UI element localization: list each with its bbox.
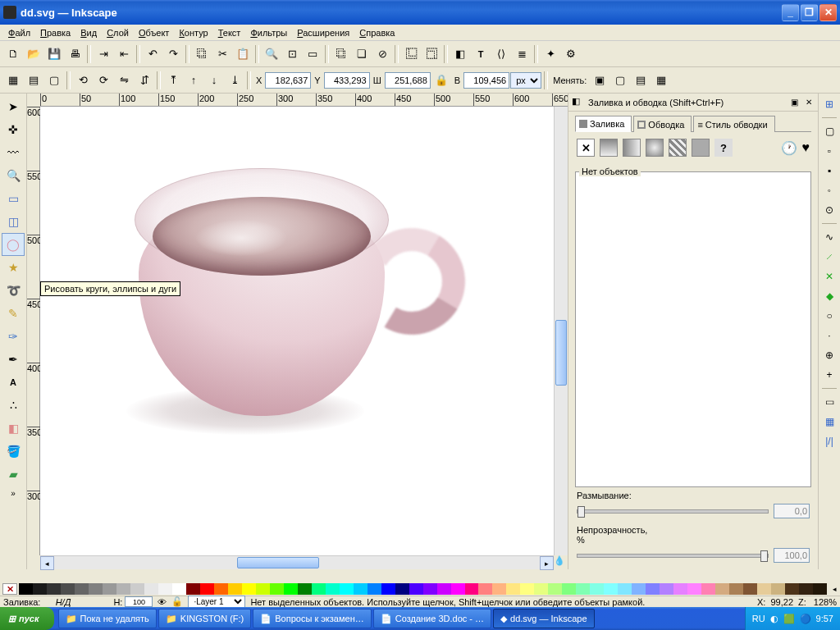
snap-center-button[interactable]: ⊕ <box>820 346 838 364</box>
swatch[interactable] <box>130 583 144 595</box>
window-maximize-button[interactable]: ❐ <box>801 4 818 21</box>
lock-ratio-button[interactable]: 🔒 <box>431 71 451 90</box>
window-close-button[interactable]: ✕ <box>819 4 837 21</box>
swatch[interactable] <box>451 583 465 595</box>
swatch[interactable] <box>618 583 632 595</box>
swatch[interactable] <box>632 583 646 595</box>
group-button[interactable]: ⿺ <box>401 44 421 64</box>
swatch[interactable] <box>687 583 701 595</box>
swatch[interactable] <box>757 583 771 595</box>
tweak-tool[interactable]: 〰 <box>2 141 25 164</box>
paint-radial-button[interactable] <box>646 139 664 157</box>
swatch[interactable] <box>47 583 61 595</box>
scroll-left-button[interactable]: ◂ <box>40 556 54 570</box>
cut-button[interactable]: ✂ <box>212 44 232 64</box>
tray-lang[interactable]: RU <box>752 614 765 623</box>
paint-unknown-button[interactable]: ? <box>714 139 733 157</box>
zoom-drawing-button[interactable]: ⊡ <box>282 44 302 64</box>
snap-enable-button[interactable]: ⊞ <box>820 95 838 113</box>
redo-button[interactable]: ↷ <box>163 44 183 64</box>
snap-guide-button[interactable]: |/| <box>820 432 838 450</box>
swatch[interactable] <box>144 583 158 595</box>
swatch[interactable] <box>172 583 186 595</box>
y-field[interactable] <box>324 72 370 89</box>
swatch[interactable] <box>660 583 673 595</box>
snap-bbox-button[interactable]: ▢ <box>820 122 838 140</box>
swatch[interactable] <box>478 583 492 595</box>
swatch[interactable] <box>214 583 228 595</box>
paste-button[interactable]: 📋 <box>233 44 253 64</box>
menu-контур[interactable]: Контур <box>174 26 212 39</box>
tray-icon-2[interactable]: 🟩 <box>783 614 795 624</box>
scrollbar-horizontal[interactable]: ◂ ▸ <box>40 555 554 569</box>
swatch[interactable] <box>116 583 130 595</box>
scrollbar-vertical[interactable] <box>554 107 568 555</box>
text-tool[interactable]: A <box>2 371 25 394</box>
lock-icon[interactable]: 🔓 <box>171 596 183 607</box>
3dbox-tool[interactable]: ◫ <box>2 210 25 233</box>
w-field[interactable] <box>385 72 431 89</box>
tab-stroke-style[interactable]: ≡Стиль обводки <box>693 116 774 132</box>
affect-pattern-button[interactable]: ▦ <box>651 71 671 90</box>
swatch[interactable] <box>701 583 715 595</box>
clone-button[interactable]: ❏ <box>352 44 372 64</box>
h-field[interactable] <box>463 72 509 89</box>
snap-node-button[interactable]: ∿ <box>820 228 838 246</box>
swatch[interactable] <box>813 583 827 595</box>
menu-файл[interactable]: Файл <box>3 26 35 39</box>
swatch[interactable] <box>673 583 687 595</box>
node-tool[interactable]: ✜ <box>2 118 25 141</box>
ungroup-button[interactable]: ⿹ <box>422 44 441 64</box>
rotate-ccw-button[interactable]: ⟲ <box>73 71 93 90</box>
snap-path-button[interactable]: ⟋ <box>820 248 838 266</box>
undo-button[interactable]: ↶ <box>143 44 162 64</box>
swatch[interactable] <box>604 583 618 595</box>
tray-icon-3[interactable]: 🔵 <box>800 614 811 624</box>
zoom-page-button[interactable]: ▭ <box>303 44 322 64</box>
toolbox-more[interactable]: » <box>11 489 16 498</box>
text-tool-button[interactable]: T <box>471 44 491 64</box>
swatch[interactable] <box>381 583 395 595</box>
swatch[interactable] <box>298 583 312 595</box>
ruler-vertical[interactable]: 600550500450400350300 <box>27 107 40 555</box>
save-file-button[interactable]: 💾 <box>44 44 64 64</box>
swatch[interactable] <box>548 583 562 595</box>
swatch[interactable] <box>785 583 799 595</box>
swatch[interactable] <box>326 583 340 595</box>
tray-icon-1[interactable]: ◐ <box>770 614 778 624</box>
swatch[interactable] <box>186 583 200 595</box>
panel-minimize-button[interactable]: ▣ <box>788 97 800 108</box>
palette-menu-button[interactable]: ◂ <box>829 585 840 593</box>
menu-правка[interactable]: Правка <box>35 26 75 39</box>
swatch[interactable] <box>492 583 506 595</box>
zoom-tool[interactable]: 🔍 <box>2 164 25 187</box>
paint-swatch-button[interactable] <box>692 139 710 157</box>
palette-none[interactable]: ⨯ <box>2 583 17 595</box>
rotate-cw-button[interactable]: ⟳ <box>94 71 113 90</box>
swatch[interactable] <box>256 583 270 595</box>
swatch[interactable] <box>423 583 437 595</box>
tab-fill[interactable]: Заливка <box>575 116 632 132</box>
taskbar-item[interactable]: 📄Вопросы к экзамен… <box>253 609 371 628</box>
panel-close-button[interactable]: ✕ <box>803 97 815 108</box>
menu-вид[interactable]: Вид <box>75 26 102 39</box>
menu-расширения[interactable]: Расширения <box>292 26 354 39</box>
paint-none-button[interactable]: ✕ <box>577 139 595 157</box>
swatch[interactable] <box>200 583 214 595</box>
swatch[interactable] <box>520 583 534 595</box>
swatch[interactable] <box>576 583 590 595</box>
star-tool[interactable]: ★ <box>2 256 25 279</box>
canvas[interactable]: Рисовать круги, эллипсы и дуги <box>40 107 554 555</box>
opacity-field[interactable] <box>774 548 810 563</box>
affect-stroke-button[interactable]: ▣ <box>590 71 609 90</box>
snap-cusp-button[interactable]: ◆ <box>820 287 838 305</box>
lower-bottom-button[interactable]: ⤓ <box>225 71 244 90</box>
swatch[interactable] <box>312 583 326 595</box>
tab-stroke-paint[interactable]: Обводка <box>633 116 692 132</box>
clock-icon[interactable]: 🕐 <box>781 140 797 156</box>
bucket-tool[interactable]: 🪣 <box>2 440 25 463</box>
swatch[interactable] <box>743 583 757 595</box>
swatch[interactable] <box>506 583 520 595</box>
menu-справка[interactable]: Справка <box>354 26 399 39</box>
snap-rotation-button[interactable]: + <box>820 366 838 384</box>
